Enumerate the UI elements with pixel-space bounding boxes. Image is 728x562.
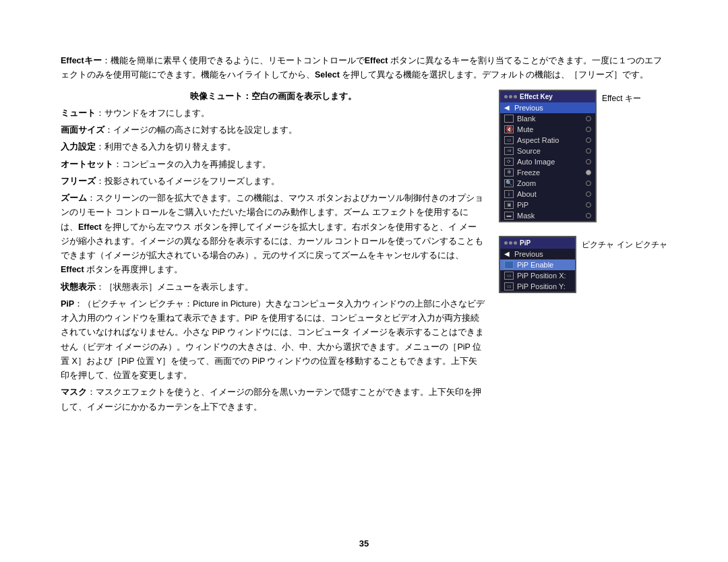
mute-section: ミュート：サウンドをオフにします。: [61, 106, 485, 121]
menu-item-mask[interactable]: ▬ Mask: [500, 210, 595, 221]
page-number: 35: [359, 538, 369, 549]
blank-label: Blank: [517, 115, 582, 123]
pip-position-x-icon: ▭: [504, 272, 514, 280]
pip-dot2: [509, 241, 512, 245]
pip-item-enable[interactable]: PiP Enable: [500, 259, 575, 270]
menu-item-freeze[interactable]: ❄ Freeze: [500, 167, 595, 178]
pip-dots: [504, 241, 517, 245]
mute-label: Mute: [517, 125, 582, 133]
menu-item-aspect[interactable]: ▭ Aspect Ratio: [500, 135, 595, 146]
effect-key-title-text: Effect Key: [520, 93, 553, 100]
aspect-label: Aspect Ratio: [517, 136, 582, 144]
pip-enable-icon: [504, 261, 514, 269]
mask-section: マスク：マスクエフェクトを使うと、イメージの部分を黒いカーテンで隠すことができま…: [61, 385, 485, 414]
aspect-radio: [586, 137, 591, 143]
pip-menu: PiP ◀ Previous PiP Enable ▭: [499, 236, 576, 293]
freeze-radio: [586, 170, 591, 175]
menu-item-previous[interactable]: ◀ Previous: [500, 102, 595, 113]
effect-key-menu-title: Effect Key: [500, 91, 595, 102]
dot3: [514, 95, 517, 98]
pip-item-position-x[interactable]: ▭ PiP Position X:: [500, 270, 575, 281]
menu-item-blank[interactable]: Blank: [500, 113, 595, 124]
previous-label: Previous: [514, 104, 591, 112]
pip-menu-icon: ▣: [504, 201, 514, 209]
blank-radio: [586, 116, 591, 121]
video-mute-section: 映像ミュート：空白の画面を表示します。: [61, 90, 485, 104]
zoom-icon: 🔍: [504, 179, 514, 187]
aspect-icon: ▭: [504, 136, 514, 144]
intro-text: Effectキー：機能を簡単に素早く使用できるように、リモートコントロールでEf…: [61, 54, 667, 83]
mute-icon: 🔇: [504, 125, 514, 133]
pip-dot1: [504, 241, 508, 245]
menu-item-zoom[interactable]: 🔍 Zoom: [500, 178, 595, 189]
auto-image-radio: [586, 159, 591, 164]
pip-ui-label: ピクチャ イン ピクチャ: [582, 239, 667, 251]
freeze-section: フリーズ：投影されているイメージをフリーズします。: [61, 175, 485, 189]
effect-key-ui: Effect Key ◀ Previous Blank: [499, 90, 667, 222]
pip-item-position-y[interactable]: ▭ PiP Position Y:: [500, 281, 575, 292]
menu-item-auto-image[interactable]: ⟳ Auto Image: [500, 156, 595, 167]
autoset-section: オートセット：コンピュータの入力を再捕捉します。: [61, 158, 485, 172]
ui-panels: Effect Key ◀ Previous Blank: [492, 90, 667, 293]
main-content: 映像ミュート：空白の画面を表示します。 ミュート：サウンドをオフにします。 画面…: [61, 90, 492, 417]
arrow-icon: ◀: [504, 104, 511, 111]
source-icon: ⇒: [504, 147, 514, 155]
menu-dots: [504, 95, 517, 98]
about-icon: i: [504, 190, 514, 198]
pip-previous-label: Previous: [514, 250, 571, 258]
pip-enable-label: PiP Enable: [517, 261, 571, 269]
mute-radio: [586, 127, 591, 132]
about-radio: [586, 191, 591, 197]
effect-key-label: Effect キー: [602, 93, 641, 104]
menu-item-mute[interactable]: 🔇 Mute: [500, 124, 595, 135]
pip-position-y-icon: ▭: [504, 282, 514, 290]
zoom-radio: [586, 181, 591, 186]
source-label: Source: [517, 147, 582, 155]
freeze-icon: ❄: [504, 168, 514, 177]
auto-image-icon: ⟳: [504, 158, 514, 166]
auto-image-label: Auto Image: [517, 158, 582, 166]
source-radio: [586, 148, 591, 154]
freeze-label: Freeze: [517, 168, 582, 177]
about-label: About: [517, 190, 582, 198]
pip-menu-title-bar: PiP: [500, 237, 575, 249]
effect-key-menu: Effect Key ◀ Previous Blank: [499, 90, 597, 222]
mask-label: Mask: [517, 212, 582, 220]
aspect-section: 画面サイズ：イメージの幅の高さに対する比を設定します。: [61, 123, 485, 137]
pip-title-text: PiP: [520, 239, 530, 247]
pip-dot3: [514, 241, 517, 245]
pip-arrow-icon: ◀: [504, 250, 511, 257]
dot1: [504, 95, 508, 98]
effect-key-term: Effectキー: [61, 56, 102, 65]
dot2: [509, 95, 512, 98]
zoom-section: ズーム：スクリーンの一部を拡大できます。この機能は、マウス ボタンおよびカーソル…: [61, 191, 485, 278]
menu-item-pip[interactable]: ▣ PiP: [500, 199, 595, 210]
pip-position-y-label: PiP Position Y:: [517, 282, 571, 290]
blank-icon: [504, 115, 514, 123]
menu-item-about[interactable]: i About: [500, 189, 595, 199]
pip-section: PiP：（ピクチャ イン ピクチャ：Picture in Picture）大きな…: [61, 297, 485, 383]
mask-icon: ▬: [504, 212, 514, 220]
zoom-label: Zoom: [517, 179, 582, 187]
pip-position-x-label: PiP Position X:: [517, 272, 571, 280]
menu-item-source[interactable]: ⇒ Source: [500, 146, 595, 156]
mask-radio: [586, 213, 591, 218]
pip-item-previous[interactable]: ◀ Previous: [500, 249, 575, 259]
input-section: 入力設定：利用できる入力を切り替えます。: [61, 140, 485, 154]
status-section: 状態表示：［状態表示］メニューを表示します。: [61, 280, 485, 294]
pip-radio: [586, 202, 591, 208]
pip-menu-label: PiP: [517, 201, 582, 209]
pip-ui: PiP ◀ Previous PiP Enable ▭: [499, 236, 667, 293]
